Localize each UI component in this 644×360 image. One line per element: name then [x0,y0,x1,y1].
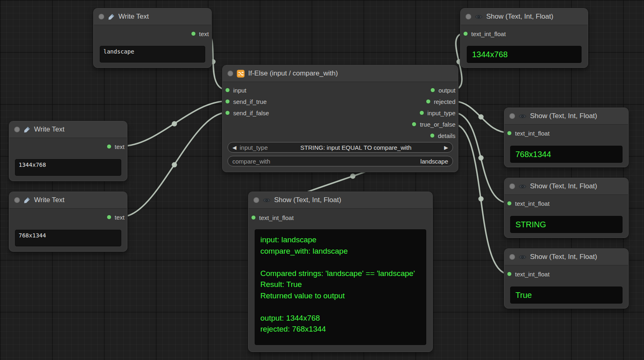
port-label: text_int_float [515,130,550,137]
collapse-dot[interactable] [253,197,259,203]
node-title-bar[interactable]: Write Text [9,121,127,138]
input-dot[interactable] [507,131,512,136]
link-midpoint-dot [172,162,177,168]
collapse-dot[interactable] [509,183,515,189]
port-label: text [199,30,209,37]
input-dot[interactable] [507,272,512,276]
output-dot[interactable] [430,88,435,93]
output-port-output: output [430,85,455,95]
input-dot[interactable] [225,110,230,115]
port-label: text [115,143,125,150]
port-label: text_int_float [471,30,506,37]
show-value-display: True [510,287,623,304]
output-port-input-type: input_type [419,108,455,118]
input-port-send-if-true: send_if_true [225,97,267,106]
port-label: text [115,214,125,221]
input-port-text-int-float: text_int_float [251,213,294,222]
output-port-text: text [107,212,125,222]
link-midpoint-dot [172,121,177,127]
node-title-bar[interactable]: Show (Text, Int, Float) [249,192,432,209]
collapse-dot[interactable] [14,127,20,132]
collapse-dot[interactable] [509,113,515,119]
port-label: details [438,132,455,139]
link-midpoint-dot [479,155,484,161]
output-dot[interactable] [191,31,196,36]
node-title-bar[interactable]: Show (Text, Int, Float) [504,178,628,195]
port-label: input [233,87,247,94]
input-port-send-if-false: send_if_false [225,108,269,118]
output-dot[interactable] [107,215,112,220]
output-dot[interactable] [430,133,435,138]
input-port-text-int-float: text_int_float [463,29,506,39]
node-title-bar[interactable]: Show (Text, Int, Float) [504,108,628,125]
node-show-768x1344[interactable]: Show (Text, Int, Float) text_int_float 7… [504,108,629,167]
node-title: Show (Text, Int, Float) [486,13,553,21]
node-write-text-1[interactable]: Write Text text landscape [93,8,212,68]
combo-prev-arrow-icon[interactable]: ◀ [232,144,236,151]
node-show-string[interactable]: Show (Text, Int, Float) text_int_float S… [504,178,629,238]
input-dot[interactable] [225,88,230,93]
show-details-display: input: landscape compare_with: landscape… [255,229,426,345]
port-label: text_int_float [515,271,550,278]
shuffle-icon [237,70,245,78]
input-type-combo-widget[interactable]: ◀ input_type STRING: input EQUAL TO comp… [228,142,453,153]
output-dot[interactable] [107,144,112,149]
output-dot[interactable] [412,122,416,127]
collapse-dot[interactable] [14,197,20,203]
eye-icon [519,114,526,119]
node-title: Show (Text, Int, Float) [530,112,597,120]
text-input-widget[interactable]: 768x1344 [15,230,121,246]
link-midpoint-dot [479,196,484,202]
combo-next-arrow-icon[interactable]: ▶ [444,144,448,151]
eye-icon [519,184,526,189]
link-midpoint-dot [350,174,356,179]
collapse-dot[interactable] [466,14,471,19]
collapse-dot[interactable] [99,14,104,19]
node-title-bar[interactable]: Write Text [9,192,127,209]
node-title: Show (Text, Int, Float) [274,196,341,204]
input-dot[interactable] [251,215,256,220]
input-port-text-int-float: text_int_float [507,128,550,138]
compare-with-text-widget[interactable]: compare_with landscape [228,156,453,166]
collapse-dot[interactable] [228,71,233,76]
widget-value: STRING: input EQUAL TO compare_with [271,144,441,151]
node-title: Write Text [118,13,149,21]
node-write-text-3[interactable]: Write Text text 768x1344 [9,192,127,252]
node-title: Write Text [34,125,64,134]
output-port-text: text [107,142,125,151]
eye-icon [263,198,270,203]
input-dot[interactable] [225,99,230,104]
node-title-bar[interactable]: Show (Text, Int, Float) [461,9,588,25]
port-label: send_if_true [233,98,267,105]
collapse-dot[interactable] [509,254,515,260]
node-if-else[interactable]: If-Else (input / compare_with) input sen… [222,65,458,172]
output-port-rejected: rejected [426,97,455,106]
node-title: Show (Text, Int, Float) [530,253,597,261]
widget-value: landscape [273,158,448,165]
input-port-text-int-float: text_int_float [507,269,550,279]
show-value-display: STRING [510,216,623,233]
output-port-details: details [430,131,455,140]
eye-icon [519,254,526,260]
node-graph-canvas[interactable]: Write Text text landscape Write Text tex… [0,0,644,360]
port-label: input_type [427,110,455,116]
node-show-details[interactable]: Show (Text, Int, Float) text_int_float i… [248,192,433,352]
pen-icon [24,197,30,204]
text-input-widget[interactable]: 1344x768 [15,159,121,176]
text-input-widget[interactable]: landscape [100,46,205,63]
node-show-1344x768[interactable]: Show (Text, Int, Float) text_int_float 1… [460,8,588,68]
input-dot[interactable] [507,201,512,206]
output-dot[interactable] [426,99,431,104]
node-write-text-2[interactable]: Write Text text 1344x768 [9,121,127,181]
output-port-true-or-false: true_or_false [412,119,455,129]
output-dot[interactable] [419,110,424,115]
node-show-true[interactable]: Show (Text, Int, Float) text_int_float T… [504,248,629,308]
show-value-display: 1344x768 [467,46,582,63]
link-midpoint-dot [479,114,484,120]
node-title-bar[interactable]: Write Text [94,9,211,25]
node-title-bar[interactable]: Show (Text, Int, Float) [504,249,628,265]
port-label: rejected [434,98,455,105]
input-dot[interactable] [463,31,468,36]
node-title-bar[interactable]: If-Else (input / compare_with) [223,65,458,82]
node-title: If-Else (input / compare_with) [248,69,338,78]
